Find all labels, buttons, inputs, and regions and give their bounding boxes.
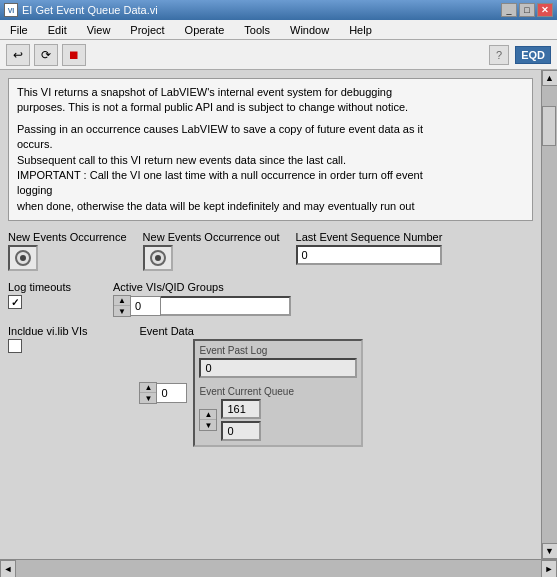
new-events-occurrence-input[interactable] [8, 245, 38, 271]
scroll-track[interactable] [542, 86, 557, 543]
desc-line8: logging [17, 183, 524, 198]
description-box: This VI returns a snapshot of LabVIEW's … [8, 78, 533, 221]
run-button[interactable]: ↩ [6, 44, 30, 66]
eqd-badge: EQD [515, 46, 551, 64]
new-events-occurrence-out-indicator [143, 245, 173, 271]
title-bar: VI EI Get Event Queue Data.vi _ □ ✕ [0, 0, 557, 20]
occurrence-circle-icon [15, 250, 31, 266]
menu-tools[interactable]: Tools [238, 22, 276, 38]
event-data-section: Event Data ▲ ▼ 0 Event Past Log 0 [139, 325, 363, 447]
vertical-scrollbar[interactable]: ▲ ▼ [541, 70, 557, 559]
horizontal-track[interactable] [16, 560, 541, 577]
include-vilib-label: Incldue vi.lib VIs [8, 325, 87, 337]
help-button[interactable]: ? [489, 45, 509, 65]
desc-line4: Passing in an occurrence causes LabVIEW … [17, 122, 524, 137]
queue-down[interactable]: ▼ [200, 420, 216, 430]
new-events-occurrence-control: New Events Occurrence [8, 231, 127, 271]
new-events-occurrence-out-control: New Events Occurrence out [143, 231, 280, 271]
close-button[interactable]: ✕ [537, 3, 553, 17]
main-content: This VI returns a snapshot of LabVIEW's … [0, 70, 557, 559]
run-continuously-button[interactable]: ⟳ [34, 44, 58, 66]
minimize-button[interactable]: _ [501, 3, 517, 17]
occurrence-dot [20, 255, 26, 261]
event-spinner-down[interactable]: ▼ [140, 393, 156, 403]
spinner-up-arrow[interactable]: ▲ [114, 296, 130, 306]
desc-line5: occurs. [17, 137, 524, 152]
active-vis-spinner[interactable]: ▲ ▼ [113, 295, 131, 317]
vi-panel: This VI returns a snapshot of LabVIEW's … [0, 70, 541, 559]
scroll-left-button[interactable]: ◄ [0, 560, 16, 578]
event-data-panel: Event Past Log 0 Event Current Queue ▲ ▼ [193, 339, 363, 447]
scroll-down-button[interactable]: ▼ [542, 543, 558, 559]
menu-help[interactable]: Help [343, 22, 378, 38]
menu-file[interactable]: File [4, 22, 34, 38]
event-queue-value2: 0 [221, 421, 261, 441]
last-event-sequence-value: 0 [296, 245, 443, 265]
horizontal-scrollbar[interactable]: ◄ ► [0, 559, 557, 577]
spinner-down-arrow[interactable]: ▼ [114, 306, 130, 316]
last-event-sequence-label: Last Event Sequence Number [296, 231, 443, 243]
event-current-queue-label: Event Current Queue [199, 386, 357, 397]
queue-up[interactable]: ▲ [200, 410, 216, 420]
event-queue-value1: 161 [221, 399, 261, 419]
menu-window[interactable]: Window [284, 22, 335, 38]
new-events-occurrence-out-label: New Events Occurrence out [143, 231, 280, 243]
new-events-occurrence-label: New Events Occurrence [8, 231, 127, 243]
log-timeouts-checkbox[interactable] [8, 295, 22, 309]
abort-button[interactable]: ⏹ [62, 44, 86, 66]
menu-project[interactable]: Project [124, 22, 170, 38]
app-icon: VI [4, 3, 18, 17]
active-vis-label: Active VIs/QID Groups [113, 281, 291, 293]
desc-line2: purposes. This is not a formal public AP… [17, 100, 524, 115]
menu-operate[interactable]: Operate [179, 22, 231, 38]
menu-edit[interactable]: Edit [42, 22, 73, 38]
toolbar: ↩ ⟳ ⏹ ? EQD [0, 40, 557, 70]
menu-view[interactable]: View [81, 22, 117, 38]
event-queue-spinner-top[interactable]: ▲ ▼ [199, 409, 217, 431]
occurrence-out-circle-icon [150, 250, 166, 266]
scroll-up-button[interactable]: ▲ [542, 70, 558, 86]
event-past-log-label: Event Past Log [199, 345, 357, 356]
scroll-right-button[interactable]: ► [541, 560, 557, 578]
menu-bar: File Edit View Project Operate Tools Win… [0, 20, 557, 40]
event-past-log-value: 0 [199, 358, 357, 378]
desc-line9: when done, otherwise the data will be ke… [17, 199, 524, 214]
include-vilib-control: Incldue vi.lib VIs [8, 325, 87, 353]
last-event-sequence-control: Last Event Sequence Number 0 [296, 231, 443, 265]
desc-line1: This VI returns a snapshot of LabVIEW's … [17, 85, 524, 100]
scroll-thumb[interactable] [542, 106, 556, 146]
include-vilib-checkbox[interactable] [8, 339, 22, 353]
desc-line6: Subsequent call to this VI return new ev… [17, 153, 524, 168]
event-data-spinner[interactable]: ▲ ▼ [139, 382, 157, 404]
event-data-spinner-value: 0 [157, 383, 187, 403]
event-spinner-up[interactable]: ▲ [140, 383, 156, 393]
log-timeouts-label: Log timeouts [8, 281, 71, 293]
window-title: EI Get Event Queue Data.vi [22, 4, 158, 16]
window-controls: _ □ ✕ [501, 3, 553, 17]
active-vis-string-box[interactable] [161, 296, 291, 316]
desc-line7: IMPORTANT : Call the VI one last time wi… [17, 168, 524, 183]
occurrence-out-dot [155, 255, 161, 261]
active-vis-control: Active VIs/QID Groups ▲ ▼ 0 [113, 281, 291, 317]
log-timeouts-control: Log timeouts [8, 281, 71, 309]
maximize-button[interactable]: □ [519, 3, 535, 17]
event-data-label: Event Data [139, 325, 193, 337]
active-vis-value: 0 [131, 296, 161, 316]
